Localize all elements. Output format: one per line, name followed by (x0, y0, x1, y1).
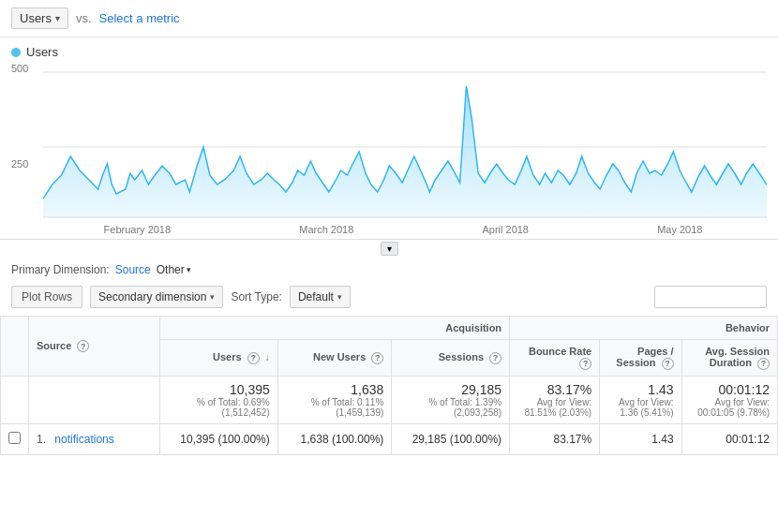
total-sessions-main: 29,185 (399, 382, 501, 397)
total-pages-session-sub: Avg for View: 1.36 (5.41%) (607, 397, 673, 418)
x-label-may: May 2018 (657, 224, 702, 235)
x-label-apr: April 2018 (482, 224, 529, 235)
total-checkbox-cell (1, 376, 29, 423)
secondary-dimension-dropdown[interactable]: Secondary dimension ▾ (90, 286, 223, 308)
row-1-checkbox[interactable] (8, 432, 21, 444)
acquisition-header: Acquisition (160, 317, 510, 340)
total-bounce-rate-main: 83.17% (517, 382, 591, 397)
other-dimension-chevron-icon: ▾ (187, 265, 191, 274)
pages-session-help-icon[interactable]: ? (662, 358, 674, 370)
total-avg-session-main: 00:01:12 (690, 382, 770, 397)
chart-x-labels: February 2018 March 2018 April 2018 May … (39, 224, 767, 235)
total-users-sub: % of Total: 0.69% (1,512,452) (168, 397, 270, 418)
total-bounce-rate: 83.17% Avg for View: 81.51% (2.03%) (510, 376, 600, 423)
sort-type-label: Sort Type: (231, 290, 281, 303)
total-pages-session-main: 1.43 (607, 382, 673, 397)
chart-svg (43, 63, 767, 222)
sort-default-dropdown[interactable]: Default ▾ (290, 286, 351, 308)
total-pages-session: 1.43 Avg for View: 1.36 (5.41%) (600, 376, 681, 423)
avg-session-help-icon[interactable]: ? (757, 358, 770, 370)
total-users: 10,395 % of Total: 0.69% (1,512,452) (160, 376, 278, 423)
total-avg-session-sub: Avg for View: 00:01:05 (9.78%) (690, 397, 770, 418)
total-sessions-sub: % of Total: 1.39% (2,093,258) (399, 397, 501, 418)
users-sort-icon: ↓ (265, 352, 270, 362)
row-1-new-users: 1,638 (100.00%) (277, 423, 392, 454)
other-dimension-dropdown[interactable]: Other ▾ (157, 263, 191, 276)
users-help-icon[interactable]: ? (247, 352, 260, 364)
plot-rows-button[interactable]: Plot Rows (11, 286, 82, 308)
other-dimension-label: Other (157, 263, 185, 276)
row-1-num: 1. (37, 433, 46, 446)
row-1-users: 10,395 (100.00%) (160, 423, 278, 454)
sort-default-label: Default (298, 290, 334, 303)
total-new-users-main: 1,638 (286, 382, 384, 397)
metric-chevron-icon: ▾ (55, 13, 60, 23)
col-header-source: Users Source ? (29, 317, 160, 377)
sort-default-chevron-icon: ▾ (337, 292, 342, 302)
y-label-500: 500 (11, 63, 43, 74)
x-label-feb: February 2018 (104, 224, 172, 235)
row-1-checkbox-cell[interactable] (1, 423, 29, 454)
select-metric-link[interactable]: Select a metric (99, 11, 180, 25)
new-users-help-icon[interactable]: ? (371, 352, 383, 364)
x-label-mar: March 2018 (299, 224, 353, 235)
total-label-cell (29, 376, 160, 423)
legend-dot-icon (11, 48, 21, 57)
chart-container: Users 500 250 (0, 37, 778, 235)
row-1-bounce-rate: 83.17% (510, 423, 600, 454)
primary-dimension-label: Primary Dimension: (11, 263, 110, 276)
metric-dropdown[interactable]: Users ▾ (11, 7, 68, 29)
col-header-new-users: New Users ? (277, 340, 392, 377)
col-header-bounce-rate: Bounce Rate ? (510, 340, 600, 377)
total-users-main: 10,395 (168, 382, 270, 397)
y-label-250: 250 (11, 158, 43, 170)
col-header-users: Users ? ↓ (160, 340, 278, 377)
table-row: 1. notifications 10,395 (100.00%) 1,638 … (1, 423, 778, 454)
col-header-sessions: Sessions ? (392, 340, 510, 377)
secondary-dimension-chevron-icon: ▾ (210, 292, 215, 302)
bounce-rate-help-icon[interactable]: ? (579, 358, 591, 370)
total-new-users-sub: % of Total: 0.11% (1,459,139) (286, 397, 384, 418)
col-header-checkbox (1, 317, 29, 377)
primary-dimension-bar: Primary Dimension: Source Other ▾ (0, 256, 778, 282)
chart-divider: ▾ (0, 239, 778, 256)
toolbar: Plot Rows Secondary dimension ▾ Sort Typ… (0, 282, 778, 316)
total-new-users: 1,638 % of Total: 0.11% (1,459,139) (277, 376, 392, 423)
source-dimension-link[interactable]: Source (115, 263, 151, 276)
chart-legend: Users (11, 45, 767, 59)
behavior-header: Behavior (510, 317, 778, 340)
total-bounce-rate-sub: Avg for View: 81.51% (2.03%) (517, 397, 591, 418)
totals-row: 10,395 % of Total: 0.69% (1,512,452) 1,6… (1, 376, 778, 423)
row-1-source-link[interactable]: notifications (54, 433, 113, 446)
data-table: Users Source ? Acquisition Behavior User… (0, 316, 778, 455)
source-help-icon[interactable]: ? (77, 340, 89, 352)
col-header-avg-session: Avg. SessionDuration ? (681, 340, 777, 377)
metric-label: Users (20, 11, 52, 25)
search-input[interactable] (654, 286, 767, 308)
total-sessions: 29,185 % of Total: 1.39% (2,093,258) (392, 376, 510, 423)
metric-selector-bar: Users ▾ vs. Select a metric (0, 0, 778, 37)
row-1-pages-session: 1.43 (600, 423, 681, 454)
row-1-sessions: 29,185 (100.00%) (392, 423, 510, 454)
chart-legend-label: Users (26, 45, 58, 59)
row-1-source: 1. notifications (29, 423, 160, 454)
col-header-pages-session: Pages /Session ? (600, 340, 681, 377)
total-avg-session: 00:01:12 Avg for View: 00:01:05 (9.78%) (681, 376, 777, 423)
chart-collapse-button[interactable]: ▾ (381, 242, 398, 256)
row-1-avg-session: 00:01:12 (681, 423, 777, 454)
vs-label: vs. (76, 11, 92, 25)
sessions-help-icon[interactable]: ? (489, 352, 501, 364)
secondary-dimension-label: Secondary dimension (98, 290, 206, 303)
